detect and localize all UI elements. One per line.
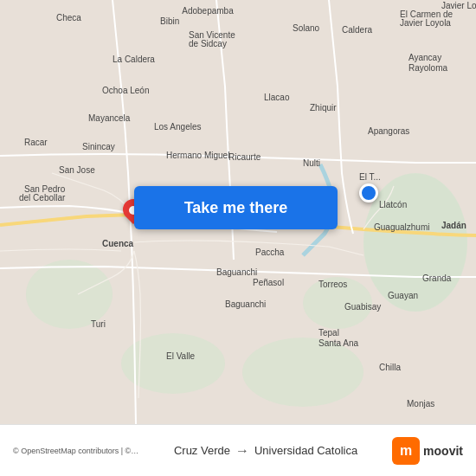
svg-text:El Valle: El Valle: [166, 351, 196, 361]
svg-text:Chilla: Chilla: [379, 363, 401, 372]
svg-text:Sinincay: Sinincay: [82, 142, 115, 151]
svg-text:Guayan: Guayan: [388, 291, 418, 300]
destination-label: Universidad Catolica: [254, 444, 357, 457]
svg-text:Granda: Granda: [422, 273, 452, 283]
svg-point-3: [26, 260, 113, 329]
svg-text:Paccha: Paccha: [255, 248, 285, 257]
svg-text:Racar: Racar: [24, 138, 48, 147]
svg-text:Guabisay: Guabisay: [344, 302, 381, 312]
moovit-icon: m: [392, 437, 420, 465]
svg-text:Jadán: Jadán: [441, 221, 466, 230]
svg-text:Baguanchi: Baguanchi: [225, 299, 266, 309]
svg-text:Ochoa León: Ochoa León: [102, 86, 150, 95]
svg-text:Guagualzhumi: Guagualzhumi: [374, 222, 429, 232]
svg-text:Apangoras: Apangoras: [368, 126, 409, 136]
map-container: Adobepamba Checa Bibin San Vicente de Si…: [0, 0, 476, 424]
svg-text:Javier Loyola: Javier Loyola: [400, 18, 451, 28]
svg-text:Nulti: Nulti: [303, 158, 320, 168]
svg-text:del Cebollar: del Cebollar: [19, 193, 66, 203]
svg-text:Baguanchi: Baguanchi: [216, 267, 257, 277]
svg-text:Solano: Solano: [293, 23, 320, 33]
svg-point-5: [242, 338, 363, 407]
svg-text:La Caldera: La Caldera: [113, 55, 155, 64]
destination-marker: [359, 183, 378, 203]
svg-point-4: [121, 333, 225, 394]
origin-label: Cruz Verde: [174, 444, 230, 457]
svg-text:San Jose: San Jose: [59, 165, 95, 175]
svg-text:Adobepamba: Adobepamba: [182, 6, 234, 16]
copyright-text: © OpenStreetMap contributors | © OpenMap…: [13, 447, 139, 455]
svg-text:Caldera: Caldera: [342, 25, 372, 35]
svg-text:Tepal: Tepal: [318, 328, 339, 338]
svg-text:Checa: Checa: [56, 13, 81, 23]
svg-text:de Sidcay: de Sidcay: [189, 39, 227, 48]
bottom-bar: © OpenStreetMap contributors | © OpenMap…: [0, 424, 476, 476]
svg-text:Ricaurte: Ricaurte: [228, 152, 261, 162]
svg-text:Ayancay: Ayancay: [408, 53, 441, 62]
svg-text:Torreos: Torreos: [318, 280, 347, 289]
svg-text:Zhiquir: Zhiquir: [310, 103, 337, 113]
svg-text:Hermano Miguel: Hermano Miguel: [166, 151, 229, 160]
route-info: Cruz Verde → Universidad Catolica: [139, 443, 392, 459]
moovit-logo: m moovit: [392, 437, 463, 465]
moovit-text: moovit: [423, 444, 463, 458]
svg-text:Mayancela: Mayancela: [88, 113, 131, 123]
svg-text:Peñasol: Peñasol: [253, 278, 284, 287]
svg-text:Monjas: Monjas: [407, 399, 434, 408]
svg-text:Cuenca: Cuenca: [102, 239, 134, 248]
take-me-there-button[interactable]: Take me there: [134, 186, 338, 229]
svg-text:Turi: Turi: [91, 319, 106, 329]
svg-text:Javier Loy: Javier Loy: [441, 1, 476, 10]
svg-text:Llatcón: Llatcón: [379, 200, 407, 209]
svg-text:Rayoloma: Rayoloma: [408, 63, 447, 73]
svg-text:Llacao: Llacao: [264, 93, 290, 102]
svg-text:Los Angeles: Los Angeles: [154, 122, 202, 132]
arrow-icon: →: [235, 443, 249, 459]
svg-text:Santa Ana: Santa Ana: [318, 338, 359, 348]
svg-text:Bibin: Bibin: [160, 16, 179, 26]
svg-text:El T...: El T...: [359, 172, 381, 182]
